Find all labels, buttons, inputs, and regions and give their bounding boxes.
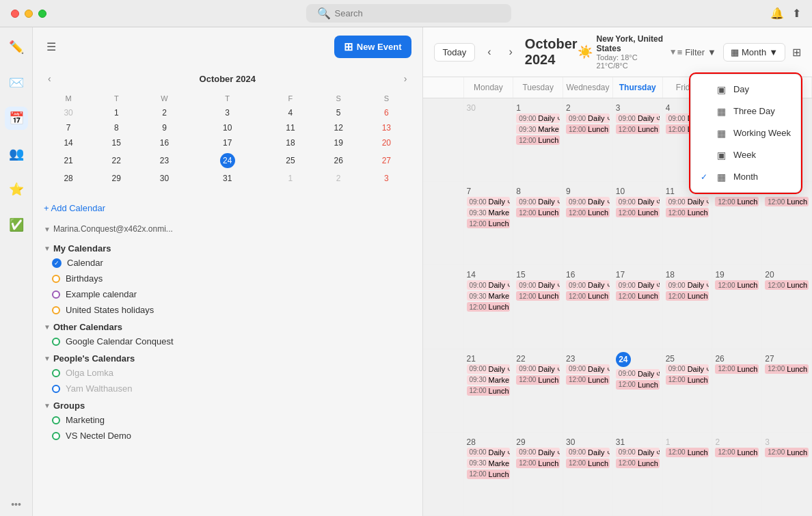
- calendar-day-cell-13[interactable]: 1312:00 Lunch ↺: [762, 182, 812, 264]
- calendar-day-cell-19[interactable]: 1912:00 Lunch ↺: [712, 265, 762, 348]
- calendar-day-cell-30[interactable]: 30: [464, 98, 514, 181]
- calendar-day-cell-8[interactable]: 809:00 Daily ↺12:00 Lunch ↺: [513, 182, 563, 264]
- mini-cal-day-3[interactable]: 3: [189, 106, 266, 120]
- notification-icon[interactable]: 🔔: [770, 7, 784, 20]
- mini-cal-day-19[interactable]: 19: [315, 136, 362, 150]
- calendar-day-cell-12[interactable]: 1212:00 Lunch ↺: [712, 182, 762, 264]
- calendar-event-daily[interactable]: 09:00 Daily ↺: [566, 197, 610, 206]
- calendar-event-lunch[interactable]: 12:00 Lunch ↺: [616, 380, 660, 390]
- calendar-event-lunch[interactable]: 12:00 Lunch ↺: [666, 375, 709, 385]
- mini-cal-day-30[interactable]: 30: [141, 172, 187, 185]
- mini-cal-day-6[interactable]: 6: [363, 106, 409, 120]
- mini-cal-day-27[interactable]: 27: [363, 151, 409, 170]
- calendar-event-daily[interactable]: 09:00 Daily ↺: [616, 369, 660, 379]
- mini-cal-day-26[interactable]: 26: [315, 151, 362, 170]
- mini-cal-day-31[interactable]: 31: [189, 172, 266, 185]
- next-month-button[interactable]: ›: [504, 43, 518, 61]
- mini-cal-day-23[interactable]: 23: [141, 151, 187, 170]
- close-button[interactable]: [11, 10, 19, 18]
- mini-cal-day-10[interactable]: 10: [189, 121, 266, 135]
- calendar-event-daily[interactable]: 09:00 Daily ↺: [666, 280, 709, 290]
- calendar-event-lunch[interactable]: 12:00 Lunch ↺: [715, 364, 759, 374]
- mini-cal-day-30[interactable]: 30: [45, 106, 92, 120]
- mini-cal-day-29[interactable]: 29: [93, 172, 139, 185]
- calendar-day-cell-2[interactable]: 209:00 Daily ↺12:00 Lunch ↺: [563, 98, 613, 181]
- calendar-day-cell-24[interactable]: 2409:00 Daily ↺12:00 Lunch ↺: [613, 349, 663, 432]
- minimize-button[interactable]: [25, 10, 33, 18]
- mail-icon-button[interactable]: ✉️: [5, 71, 28, 94]
- calendar-day-cell-1[interactable]: 112:00 Lunch ↺: [663, 433, 713, 515]
- mini-cal-day-28[interactable]: 28: [45, 172, 92, 185]
- calendar-event-daily[interactable]: 09:00 Daily ↺: [616, 197, 660, 206]
- calendar-event-daily[interactable]: 09:00 Daily ↺: [516, 280, 560, 290]
- calendar-day-cell-11[interactable]: 1109:00 Daily ↺12:00 Lunch ↺: [663, 182, 713, 264]
- calendar-event-daily[interactable]: 09:00 Daily ↺: [467, 448, 511, 457]
- mini-cal-day-17[interactable]: 17: [189, 136, 266, 150]
- calendar-event-marke[interactable]: 09:30 Marke ↺: [467, 291, 511, 301]
- filter-button[interactable]: ≡ Filter ▼: [677, 47, 716, 57]
- calendar-event-lunch[interactable]: 12:00 Lunch ↺: [467, 386, 511, 396]
- mini-cal-day-13[interactable]: 13: [363, 121, 409, 135]
- calendar-day-cell-7[interactable]: 709:00 Daily ↺09:30 Marke ↺12:00 Lunch ↺: [464, 182, 514, 264]
- calendar-day-cell-30[interactable]: 3009:00 Daily ↺12:00 Lunch ↺: [563, 433, 613, 515]
- calendar-item-marketing[interactable]: Marketing: [38, 412, 417, 428]
- prev-month-button[interactable]: ‹: [482, 43, 496, 61]
- calendar-event-daily[interactable]: 09:00 Daily ↺: [516, 113, 560, 123]
- calendar-event-daily[interactable]: 09:00 Daily ↺: [666, 197, 709, 206]
- calendar-day-cell-31[interactable]: 3109:00 Daily ↺12:00 Lunch ↺: [613, 433, 663, 515]
- calendar-day-cell-1[interactable]: 109:00 Daily ↺09:30 Marke ↺12:00 Lunch ↺: [513, 98, 563, 181]
- add-calendar-button[interactable]: + Add Calendar: [38, 198, 111, 219]
- calendar-item-yam-walthausen[interactable]: Yam Walthausen: [38, 381, 417, 396]
- mini-cal-next-button[interactable]: ›: [400, 72, 411, 85]
- calendar-day-cell-3[interactable]: 312:00 Lunch ↺: [762, 433, 812, 515]
- my-calendars-section-header[interactable]: ▼ My Calendars: [38, 239, 417, 255]
- dropdown-item-month[interactable]: ✓ ▦ Month: [691, 166, 800, 188]
- dropdown-item-three-day[interactable]: ▦ Three Day: [691, 100, 800, 122]
- calendar-event-lunch[interactable]: 12:00 Lunch ↺: [566, 291, 610, 301]
- calendar-day-cell-27[interactable]: 2712:00 Lunch ↺: [762, 349, 812, 432]
- mini-cal-day-5[interactable]: 5: [315, 106, 362, 120]
- other-calendars-section-header[interactable]: ▼ Other Calendars: [38, 318, 417, 334]
- people-icon-button[interactable]: 👥: [5, 142, 28, 165]
- calendar-event-lunch[interactable]: 12:00 Lunch ↺: [616, 459, 660, 468]
- mini-cal-day-25[interactable]: 25: [267, 151, 314, 170]
- sidebar-account[interactable]: ▼ Marina.Conquest@x462x.onmi...: [38, 219, 417, 239]
- calendar-day-cell-26[interactable]: 2612:00 Lunch ↺: [712, 349, 762, 432]
- mini-cal-day-18[interactable]: 18: [267, 136, 314, 150]
- mini-cal-day-9[interactable]: 9: [141, 121, 187, 135]
- calendar-event-daily[interactable]: 09:00 Daily ↺: [616, 113, 660, 123]
- calendar-item-birthdays[interactable]: Birthdays: [38, 271, 417, 286]
- calendar-event-lunch[interactable]: 12:00 Lunch ↺: [467, 302, 511, 312]
- calendar-event-lunch[interactable]: 12:00 Lunch ↺: [516, 135, 560, 145]
- calendar-event-marke[interactable]: 09:30 Marke ↺: [467, 459, 511, 468]
- calendar-event-daily[interactable]: 09:00 Daily ↺: [467, 280, 511, 290]
- calendar-item-example-calendar[interactable]: Example calendar: [38, 286, 417, 302]
- calendar-event-lunch[interactable]: 12:00 Lunch ↺: [616, 208, 660, 217]
- peoples-calendars-section-header[interactable]: ▼ People's Calendars: [38, 349, 417, 365]
- calendar-day-cell-16[interactable]: 1609:00 Daily ↺12:00 Lunch ↺: [563, 265, 613, 348]
- weather-chevron-icon[interactable]: ▼: [669, 47, 677, 57]
- new-event-button[interactable]: ⊞ New Event: [334, 36, 411, 58]
- mini-cal-day-20[interactable]: 20: [363, 136, 409, 150]
- calendar-item-vs-nectel-demo[interactable]: VS Nectel Demo: [38, 428, 417, 444]
- calendar-event-lunch[interactable]: 12:00 Lunch ↺: [516, 375, 560, 385]
- mini-cal-day-21[interactable]: 21: [45, 151, 92, 170]
- calendar-event-daily[interactable]: 09:00 Daily ↺: [516, 364, 560, 374]
- calendar-event-daily[interactable]: 09:00 Daily ↺: [516, 197, 560, 206]
- calendar-day-cell-18[interactable]: 1809:00 Daily ↺12:00 Lunch ↺: [663, 265, 713, 348]
- calendar-event-lunch[interactable]: 12:00 Lunch ↺: [516, 291, 560, 301]
- calendar-event-lunch[interactable]: 12:00 Lunch ↺: [715, 197, 759, 206]
- calendar-day-cell-9[interactable]: 909:00 Daily ↺12:00 Lunch ↺: [563, 182, 613, 264]
- mini-cal-day-1[interactable]: 1: [93, 106, 139, 120]
- calendar-event-lunch[interactable]: 12:00 Lunch ↺: [616, 291, 660, 301]
- calendar-event-daily[interactable]: 09:00 Daily ↺: [467, 364, 511, 374]
- mini-cal-day-2[interactable]: 2: [141, 106, 187, 120]
- calendar-item-united-states-holidays[interactable]: United States holidays: [38, 302, 417, 318]
- view-selector-button[interactable]: ▦ Month ▼: [723, 43, 785, 62]
- calendar-day-cell-20[interactable]: 2012:00 Lunch ↺: [762, 265, 812, 348]
- mini-cal-day-8[interactable]: 8: [93, 121, 139, 135]
- calendar-event-daily[interactable]: 09:00 Daily ↺: [616, 280, 660, 290]
- mini-cal-day-11[interactable]: 11: [267, 121, 314, 135]
- calendar-day-cell-29[interactable]: 2909:00 Daily ↺12:00 Lunch ↺: [513, 433, 563, 515]
- mini-cal-prev-button[interactable]: ‹: [44, 72, 55, 85]
